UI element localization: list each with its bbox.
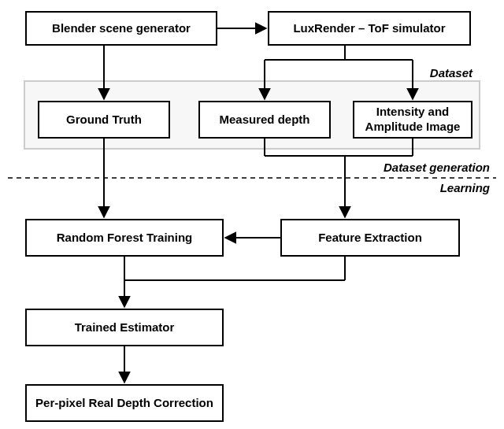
box-ground-truth: Ground Truth xyxy=(38,101,170,139)
box-measured-depth: Measured depth xyxy=(198,101,331,139)
box-feature-extraction: Feature Extraction xyxy=(280,219,460,257)
box-label: Per-pixel Real Depth Correction xyxy=(35,396,213,411)
box-label: Measured depth xyxy=(219,113,309,128)
box-label: Random Forest Training xyxy=(57,231,193,246)
box-per-pixel-correction: Per-pixel Real Depth Correction xyxy=(25,384,224,422)
box-trained-estimator: Trained Estimator xyxy=(25,309,224,346)
box-label: Intensity and Amplitude Image xyxy=(359,105,466,135)
box-label: Ground Truth xyxy=(66,113,142,128)
box-random-forest-training: Random Forest Training xyxy=(25,219,224,257)
box-label: Trained Estimator xyxy=(75,320,175,335)
box-label: Blender scene generator xyxy=(52,21,191,36)
box-label: LuxRender – ToF simulator xyxy=(293,21,445,36)
arrows-layer xyxy=(0,0,504,429)
box-luxrender: LuxRender – ToF simulator xyxy=(268,11,471,46)
box-blender: Blender scene generator xyxy=(25,11,217,46)
label-learning: Learning xyxy=(440,181,490,194)
box-label: Feature Extraction xyxy=(318,231,422,246)
label-dataset-generation: Dataset generation xyxy=(384,161,490,174)
label-dataset: Dataset xyxy=(430,66,472,80)
box-intensity-amplitude: Intensity and Amplitude Image xyxy=(353,101,472,139)
